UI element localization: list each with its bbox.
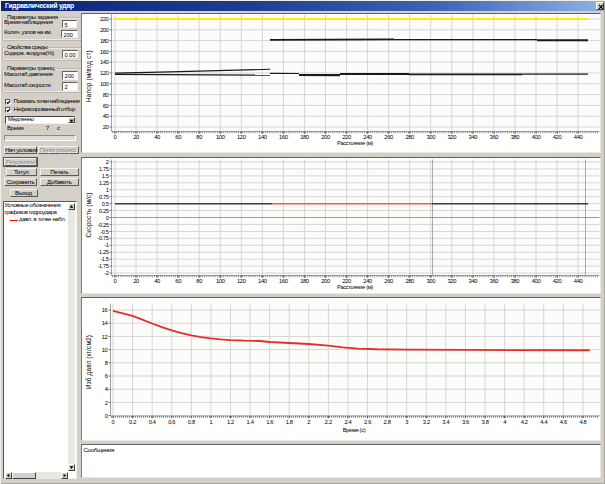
svg-text:4.8: 4.8 [579,419,586,425]
svg-text:Изб давл (кг/см2): Изб давл (кг/см2) [85,335,93,389]
svg-text:0: 0 [106,215,109,221]
svg-text:-0.75: -0.75 [98,235,109,241]
svg-text:0.4: 0.4 [149,419,157,425]
svg-text:220: 220 [342,278,351,284]
svg-text:140: 140 [100,59,109,65]
svg-text:-1.25: -1.25 [98,249,109,255]
svg-text:400: 400 [532,278,541,284]
svg-text:220: 220 [342,134,351,140]
svg-text:200: 200 [321,278,330,284]
svg-text:100: 100 [216,278,225,284]
svg-text:1: 1 [106,187,109,193]
svg-text:440: 440 [574,278,583,284]
svg-text:320: 320 [447,278,456,284]
svg-text:1.25: 1.25 [99,180,109,186]
svg-text:4: 4 [503,419,507,425]
svg-text:4: 4 [105,386,109,392]
svg-text:4.4: 4.4 [540,419,548,425]
svg-text:340: 340 [469,278,478,284]
svg-text:2: 2 [106,159,109,165]
svg-text:20: 20 [103,124,109,130]
svg-text:320: 320 [447,134,456,140]
svg-text:1.2: 1.2 [227,419,234,425]
svg-text:1.6: 1.6 [266,419,273,425]
svg-text:8: 8 [105,360,108,366]
svg-text:120: 120 [237,134,246,140]
svg-text:Напор (м/вод ст): Напор (м/вод ст) [85,50,93,102]
svg-text:2.2: 2.2 [325,419,332,425]
svg-text:-2: -2 [104,270,109,276]
svg-text:Время (с): Время (с) [343,427,366,433]
svg-text:3.4: 3.4 [442,419,450,425]
svg-text:0.2: 0.2 [129,419,136,425]
svg-text:180: 180 [300,134,309,140]
svg-text:260: 260 [384,278,393,284]
svg-text:140: 140 [258,134,267,140]
svg-text:-1.75: -1.75 [98,263,109,269]
svg-text:120: 120 [237,278,246,284]
svg-text:300: 300 [426,278,435,284]
svg-text:440: 440 [574,134,583,140]
svg-text:2.6: 2.6 [364,419,371,425]
svg-text:100: 100 [216,134,225,140]
svg-text:1.5: 1.5 [102,173,109,179]
svg-text:2: 2 [307,419,310,425]
svg-text:60: 60 [175,134,181,140]
svg-text:80: 80 [196,134,202,140]
svg-text:Расстояние (м): Расстояние (м) [337,140,373,146]
svg-text:1.8: 1.8 [286,419,293,425]
svg-text:40: 40 [154,278,160,284]
svg-text:4.2: 4.2 [521,419,528,425]
svg-text:360: 360 [490,278,499,284]
svg-text:12: 12 [102,334,108,340]
svg-text:160: 160 [279,278,288,284]
svg-text:1: 1 [209,419,212,425]
svg-text:0.25: 0.25 [99,208,109,214]
svg-text:220: 220 [100,16,109,22]
svg-text:80: 80 [196,278,202,284]
svg-text:180: 180 [100,38,109,44]
svg-text:260: 260 [384,134,393,140]
svg-text:0: 0 [114,278,117,284]
svg-text:0.6: 0.6 [168,419,175,425]
svg-text:0: 0 [112,419,115,425]
svg-text:400: 400 [532,134,541,140]
svg-text:2: 2 [105,400,108,406]
svg-text:360: 360 [490,134,499,140]
svg-text:20: 20 [133,278,139,284]
svg-text:140: 140 [258,278,267,284]
svg-text:-0.5: -0.5 [100,229,108,235]
svg-text:240: 240 [363,134,372,140]
svg-text:-0.25: -0.25 [98,222,109,228]
svg-text:20: 20 [133,134,139,140]
svg-text:40: 40 [154,134,160,140]
svg-text:380: 380 [511,278,520,284]
svg-text:200: 200 [100,27,109,33]
svg-text:160: 160 [279,134,288,140]
svg-text:2.4: 2.4 [344,419,352,425]
svg-text:2.8: 2.8 [384,419,391,425]
svg-text:60: 60 [103,103,109,109]
svg-text:340: 340 [469,134,478,140]
svg-text:6: 6 [105,373,108,379]
svg-text:300: 300 [426,134,435,140]
svg-text:160: 160 [100,49,109,55]
svg-text:0: 0 [105,413,108,419]
svg-text:40: 40 [103,113,109,119]
svg-text:380: 380 [511,134,520,140]
svg-text:3: 3 [405,419,408,425]
svg-text:80: 80 [103,92,109,98]
svg-text:4.6: 4.6 [560,419,567,425]
svg-text:280: 280 [405,278,414,284]
svg-text:16: 16 [102,307,108,313]
svg-text:120: 120 [100,70,109,76]
svg-text:240: 240 [363,278,372,284]
svg-text:0: 0 [114,134,117,140]
svg-text:-1: -1 [104,242,109,248]
svg-text:420: 420 [553,278,562,284]
svg-text:1.75: 1.75 [99,166,109,172]
svg-text:0.5: 0.5 [102,201,109,207]
svg-text:180: 180 [300,278,309,284]
svg-text:14: 14 [102,320,109,326]
svg-text:0.75: 0.75 [99,194,109,200]
